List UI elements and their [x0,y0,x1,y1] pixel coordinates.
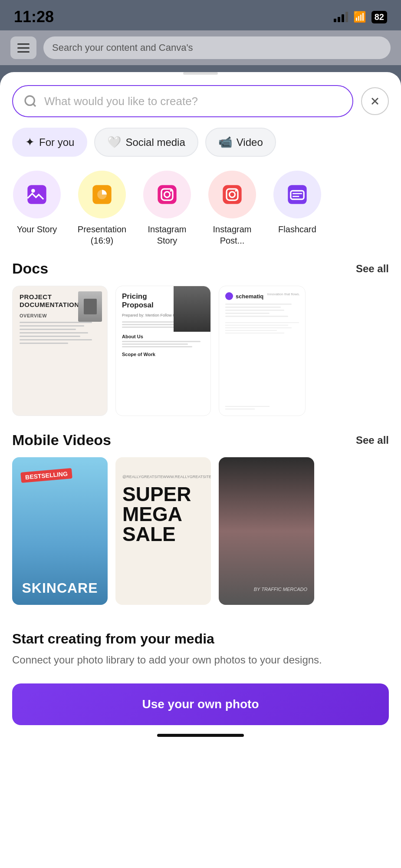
doc-card-pricing[interactable]: PricingProposal Prepared by: Mention Fol… [115,286,211,416]
status-icons: 📶 82 [334,11,387,23]
icon-item-instagram-story[interactable]: InstagramStory [139,171,195,246]
instagram-post-icon-circle [208,171,256,218]
search-bar-container: What would you like to create? [0,75,401,124]
image-icon [26,183,48,206]
icon-item-flashcard[interactable]: Flashcard [269,171,325,246]
chart-icon [91,183,113,206]
search-bar[interactable]: What would you like to create? [12,85,353,117]
svg-point-11 [170,190,172,191]
chip-for-you-label: For you [39,136,74,149]
chip-video-label: Video [237,136,263,149]
icon-item-presentation[interactable]: Presentation(16:9) [74,171,130,246]
presentation-label: Presentation(16:9) [78,224,126,246]
home-indicator [0,725,401,744]
status-time: 11:28 [14,8,54,26]
icon-item-your-story[interactable]: Your Story [9,171,65,246]
chip-social-media-label: Social media [125,136,185,149]
flashcard-icon [286,183,309,206]
chip-for-you[interactable]: ✦ For you [12,128,87,157]
chip-social-media[interactable]: 🤍 Social media [94,128,198,157]
bottom-desc: Connect your photo library to add your o… [12,652,389,668]
app-bar-search[interactable]: Search your content and Canva's [43,36,391,59]
cta-label: Use your own photo [142,697,259,711]
schematiq-brand: schematiq [236,293,263,300]
pricing-card-image [174,286,210,332]
modal-sheet: What would you like to create? ✦ For you… [0,72,401,868]
use-own-photo-button[interactable]: Use your own photo [12,683,389,725]
docs-section: Docs See all PROJECTDOCUMENTATION OVERVI… [0,257,401,428]
pricing-card-title: PricingProposal [122,292,174,310]
battery-icon: 82 [371,11,387,23]
docs-title: Docs [12,260,48,277]
traffic-text: BY TRAFFIC MERCADO [254,587,307,592]
schematiq-tagline: Innovation that flows. [267,292,300,296]
sale-site-right: WWW.REALLYGREATSITE.COM [163,475,211,479]
menu-button[interactable] [10,36,36,59]
bottom-title: Start creating from your media [12,631,389,647]
docs-cards-row: PROJECTDOCUMENTATION OVERVIEW [12,286,389,428]
heart-icon: 🤍 [107,135,121,149]
sale-main-text: SUPERMEGASALE [122,484,204,544]
instagram-post-icon [221,183,243,206]
instagram-story-label: InstagramStory [148,224,187,246]
mobile-videos-see-all[interactable]: See all [356,434,389,446]
instagram-story-icon-circle [143,171,191,218]
app-bar-search-placeholder: Search your content and Canva's [52,42,193,53]
search-icon [23,94,37,108]
video-icon: 📹 [218,135,232,149]
wifi-icon: 📶 [353,11,366,23]
sparkle-icon: ✦ [25,135,35,149]
svg-point-5 [31,189,35,193]
bestselling-badge: BESTSELLING [20,468,72,483]
mobile-videos-section: Mobile Videos See all BESTSELLING SKINCA… [0,428,401,617]
search-placeholder: What would you like to create? [44,95,342,108]
docs-see-all[interactable]: See all [356,263,389,275]
svg-line-1 [33,104,36,106]
flashcard-icon-circle [273,171,321,218]
docs-section-header: Docs See all [12,260,389,277]
doc-card-schematiq[interactable]: schematiq Innovation that flows. [219,286,306,416]
home-bar [157,734,244,737]
skincare-text: SKINCARE [12,580,108,596]
svg-point-15 [235,190,237,191]
your-story-icon-circle [13,171,61,218]
svg-point-0 [25,96,34,105]
icons-row: Your Story Presentation(16:9) [0,164,401,257]
project-doc-image [78,291,102,322]
mobile-videos-title: Mobile Videos [12,432,111,449]
chips-row: ✦ For you 🤍 Social media 📹 Video [0,124,401,164]
status-bar: 11:28 📶 82 [0,0,401,30]
flashcard-label: Flashcard [278,224,316,235]
instagram-post-label: InstagramPost... [213,224,252,246]
video-card-traffic[interactable]: BY TRAFFIC MERCADO [219,457,314,605]
signal-icon [334,12,348,22]
doc-card-project[interactable]: PROJECTDOCUMENTATION OVERVIEW [12,286,108,416]
video-cards-row: BESTSELLING SKINCARE @REALLYGREATSITE WW… [12,457,389,617]
svg-rect-12 [223,185,241,204]
icon-item-instagram-post[interactable]: InstagramPost... [204,171,260,246]
sale-site-left: @REALLYGREATSITE [122,475,163,479]
your-story-label: Your Story [17,224,57,235]
chip-video[interactable]: 📹 Video [205,128,276,157]
app-bar: Search your content and Canva's [0,30,401,65]
close-button[interactable] [361,87,389,115]
video-card-skincare[interactable]: BESTSELLING SKINCARE [12,457,108,605]
mobile-videos-header: Mobile Videos See all [12,432,389,449]
schematiq-logo [225,292,233,300]
video-card-sale[interactable]: @REALLYGREATSITE WWW.REALLYGREATSITE.COM… [115,457,211,605]
svg-rect-8 [158,185,176,204]
bottom-section: Start creating from your media Connect y… [0,617,401,725]
instagram-story-icon [156,183,178,206]
presentation-icon-circle [78,171,126,218]
